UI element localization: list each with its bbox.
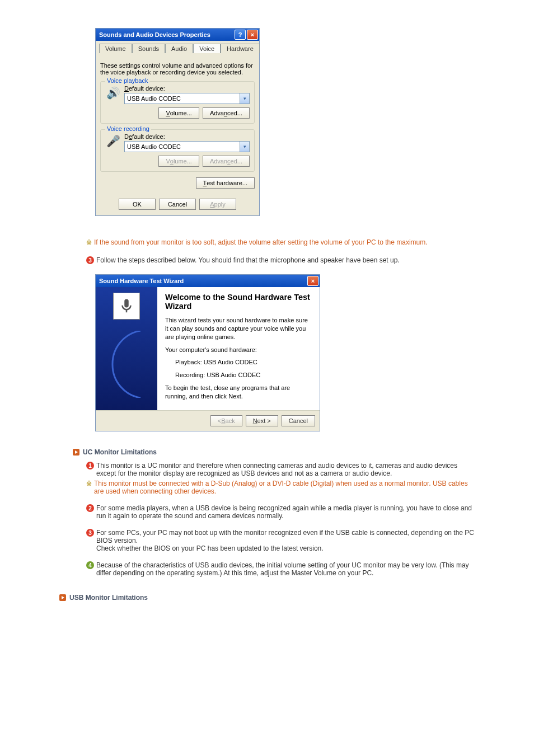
tab-row: Volume Sounds Audio Voice Hardware bbox=[96, 41, 259, 53]
playback-default-label: Default device: bbox=[124, 85, 250, 92]
wizard-next-button[interactable]: Next > bbox=[246, 415, 278, 426]
speaker-icon: 🔊 bbox=[105, 85, 121, 101]
voice-playback-legend: Voice playback bbox=[105, 77, 149, 84]
note-star-icon: ※ bbox=[86, 480, 92, 487]
wizard-p3: To begin the test, close any programs th… bbox=[165, 384, 312, 401]
uc-star-note: This monitor must be connected with a D-… bbox=[94, 480, 478, 495]
tab-volume[interactable]: Volume bbox=[99, 44, 132, 53]
uc-point-2: For some media players, when a USB devic… bbox=[96, 504, 478, 520]
apply-button[interactable]: Apply bbox=[199, 199, 236, 210]
soft-sound-note: If the sound from your monitor is too so… bbox=[94, 238, 478, 246]
voice-recording-group: Voice recording 🎤 Default device: USB Au… bbox=[100, 129, 255, 172]
close-button[interactable]: × bbox=[247, 30, 258, 40]
section-arrow-icon bbox=[59, 594, 66, 601]
bullet-2-marker: 2 bbox=[86, 504, 94, 512]
ok-button[interactable]: OK bbox=[119, 199, 156, 210]
uc-limitations-heading: UC Monitor Limitations bbox=[73, 448, 478, 456]
step-3-marker: 3 bbox=[86, 256, 94, 264]
playback-device-value[interactable]: USB Audio CODEC bbox=[124, 93, 240, 104]
playback-advanced-button[interactable]: Advanced... bbox=[203, 107, 250, 119]
recording-device-value[interactable]: USB Audio CODEC bbox=[124, 141, 240, 152]
chevron-down-icon[interactable]: ▾ bbox=[240, 93, 250, 104]
dialog-title: Sounds and Audio Devices Properties bbox=[99, 31, 210, 38]
step-3-text: Follow the steps described below. You sh… bbox=[96, 256, 478, 264]
dialog-titlebar[interactable]: Sounds and Audio Devices Properties ? × bbox=[96, 29, 259, 41]
test-hardware-button[interactable]: Test hardware... bbox=[196, 177, 255, 189]
wizard-p1: This wizard tests your sound hardware to… bbox=[165, 316, 312, 341]
recording-volume-button[interactable]: Volume... bbox=[158, 156, 199, 167]
tab-hardware[interactable]: Hardware bbox=[221, 44, 260, 53]
recording-advanced-button[interactable]: Advanced... bbox=[203, 156, 250, 167]
uc-point-3a: For some PCs, your PC may not boot up wi… bbox=[96, 529, 474, 544]
uc-point-1: This monitor is a UC monitor and therefo… bbox=[96, 462, 478, 477]
usb-limitations-heading: USB Monitor Limitations bbox=[59, 594, 478, 602]
uc-point-3b: Check whether the BIOS on your PC has be… bbox=[96, 544, 324, 552]
wizard-banner bbox=[96, 287, 157, 410]
note-star-icon: ※ bbox=[86, 238, 92, 246]
cancel-button[interactable]: Cancel bbox=[159, 199, 196, 210]
wizard-titlebar[interactable]: Sound Hardware Test Wizard × bbox=[96, 275, 320, 287]
tab-audio[interactable]: Audio bbox=[165, 44, 193, 53]
recording-default-label: Default device: bbox=[124, 133, 250, 140]
wizard-playback-line: Playback: USB Audio CODEC bbox=[175, 358, 312, 367]
wizard-back-button[interactable]: < Back bbox=[210, 415, 242, 426]
sounds-audio-dialog: Sounds and Audio Devices Properties ? × … bbox=[95, 28, 260, 216]
microphone-icon: 🎤 bbox=[105, 133, 121, 149]
bullet-1-marker: 1 bbox=[86, 462, 94, 469]
microphone-banner-icon bbox=[113, 293, 140, 320]
playback-volume-button[interactable]: Volume... bbox=[158, 107, 199, 119]
tab-voice[interactable]: Voice bbox=[193, 44, 221, 53]
wizard-close-button[interactable]: × bbox=[307, 276, 318, 286]
chevron-down-icon[interactable]: ▾ bbox=[240, 141, 250, 152]
wizard-cancel-button[interactable]: Cancel bbox=[282, 415, 315, 426]
wizard-title: Sound Hardware Test Wizard bbox=[99, 278, 184, 284]
section-arrow-icon bbox=[73, 449, 79, 456]
banner-curve-icon bbox=[107, 331, 146, 398]
bullet-3-marker: 3 bbox=[86, 529, 94, 537]
uc-point-4: Because of the characteristics of USB au… bbox=[96, 561, 478, 577]
wizard-recording-line: Recording: USB Audio CODEC bbox=[175, 371, 312, 379]
voice-playback-group: Voice playback 🔊 Default device: USB Aud… bbox=[100, 81, 255, 124]
dialog-description: These settings control volume and advanc… bbox=[100, 62, 255, 76]
help-button[interactable]: ? bbox=[235, 30, 246, 40]
voice-recording-legend: Voice recording bbox=[105, 125, 151, 132]
sound-test-wizard-dialog: Sound Hardware Test Wizard × Welcome to … bbox=[95, 274, 320, 431]
wizard-p2: Your computer's sound hardware: bbox=[165, 346, 312, 354]
bullet-4-marker: 4 bbox=[86, 561, 94, 569]
tab-sounds[interactable]: Sounds bbox=[132, 44, 165, 53]
wizard-heading: Welcome to the Sound Hardware Test Wizar… bbox=[165, 293, 312, 311]
